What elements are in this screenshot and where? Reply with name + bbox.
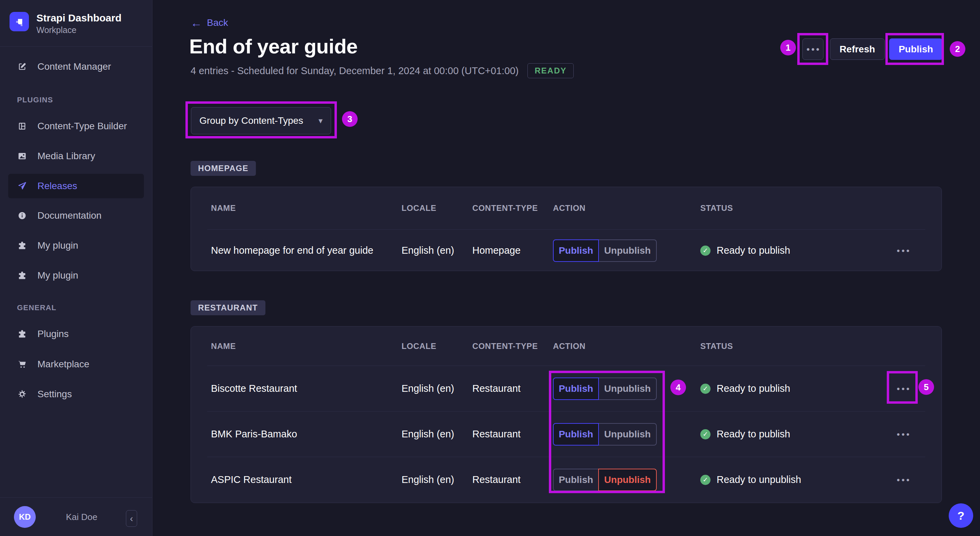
sidebar-item-my-plugin-2[interactable]: My plugin — [8, 263, 144, 288]
release-more-button[interactable]: ••• — [802, 38, 824, 60]
check-icon: ✓ — [700, 384, 711, 394]
col-locale: LOCALE — [401, 341, 472, 351]
layout-grid-icon — [17, 121, 27, 131]
more-icon: ••• — [895, 476, 911, 484]
table-header-row: NAME LOCALE CONTENT-TYPE ACTION STATUS — [191, 327, 942, 366]
sidebar-item-label: Settings — [37, 389, 72, 400]
sidebar: Strapi Dashboard Workplace Content Manag… — [0, 0, 153, 536]
question-mark-icon: ? — [958, 509, 965, 522]
group-tag-restaurant: RESTAURANT — [191, 300, 266, 315]
entry-locale: English (en) — [401, 474, 472, 485]
sidebar-item-content-type-builder[interactable]: Content-Type Builder — [8, 114, 144, 138]
puzzle-icon — [17, 329, 27, 339]
help-button[interactable]: ? — [949, 503, 973, 528]
chevron-left-icon: ‹ — [130, 513, 133, 524]
user-name: Kai Doe — [54, 506, 109, 528]
sidebar-item-label: Content Manager — [37, 61, 111, 72]
action-toggle: Publish Unpublish — [553, 469, 700, 491]
publish-toggle-button[interactable]: Publish — [553, 377, 599, 400]
status-text: Ready to publish — [717, 383, 790, 394]
publish-toggle-button[interactable]: Publish — [553, 239, 599, 262]
status-cell: ✓ Ready to publish — [700, 428, 882, 440]
back-link[interactable]: ← Back — [191, 17, 228, 29]
table-row: New homepage for end of year guide Engli… — [191, 230, 942, 271]
sidebar-item-marketplace[interactable]: Marketplace — [8, 352, 144, 376]
publish-toggle-button[interactable]: Publish — [553, 469, 599, 491]
sidebar-item-label: My plugin — [37, 240, 78, 251]
sidebar-item-label: Releases — [37, 181, 77, 192]
entry-content-type: Restaurant — [472, 383, 553, 394]
table-row: Biscotte Restaurant English (en) Restaur… — [191, 366, 942, 411]
unpublish-toggle-button[interactable]: Unpublish — [598, 239, 657, 262]
sidebar-section-plugins: PLUGINS — [8, 95, 144, 105]
puzzle-icon — [17, 241, 27, 251]
release-meta: 4 entries - Scheduled for Sunday, Decemb… — [191, 63, 574, 78]
sidebar-section-general: GENERAL — [8, 303, 144, 312]
unpublish-toggle-button[interactable]: Unpublish — [598, 423, 657, 446]
entry-name: BMK Paris-Bamako — [211, 428, 401, 440]
sidebar-item-media-library[interactable]: Media Library — [8, 144, 144, 168]
col-content-type: CONTENT-TYPE — [472, 341, 553, 351]
app-name: Strapi Dashboard — [37, 12, 121, 24]
avatar[interactable]: KD — [14, 506, 36, 528]
homepage-table: NAME LOCALE CONTENT-TYPE ACTION STATUS N… — [191, 187, 942, 271]
restaurant-table: NAME LOCALE CONTENT-TYPE ACTION STATUS B… — [191, 326, 942, 503]
row-more-button[interactable]: ••• — [892, 469, 914, 490]
entry-locale: English (en) — [401, 383, 472, 394]
sidebar-collapse-button[interactable]: ‹ — [126, 510, 137, 527]
puzzle-icon — [17, 270, 27, 281]
sidebar-item-settings[interactable]: Settings — [8, 382, 144, 406]
publish-button[interactable]: Publish — [889, 38, 943, 60]
refresh-button[interactable]: Refresh — [830, 38, 885, 60]
sidebar-nav: Content Manager PLUGINS Content-Type Bui… — [0, 47, 152, 406]
entry-name: ASPIC Restaurant — [211, 474, 401, 485]
status-cell: ✓ Ready to publish — [700, 383, 882, 394]
page-title: End of year guide — [189, 35, 358, 58]
publish-toggle-button[interactable]: Publish — [553, 423, 599, 446]
status-text: Ready to publish — [717, 245, 790, 256]
table-header-row: NAME LOCALE CONTENT-TYPE ACTION STATUS — [191, 187, 942, 229]
action-toggle: Publish Unpublish — [553, 239, 700, 262]
sidebar-item-documentation[interactable]: Documentation — [8, 203, 144, 228]
pen-icon — [17, 62, 27, 72]
sidebar-item-my-plugin-1[interactable]: My plugin — [8, 233, 144, 258]
paper-plane-icon — [17, 181, 27, 191]
sidebar-item-releases[interactable]: Releases — [8, 174, 144, 198]
group-by-select[interactable]: Group by Content-Types ▾ — [191, 107, 331, 134]
strapi-logo-icon — [10, 12, 29, 31]
sidebar-item-label: Content-Type Builder — [37, 121, 127, 132]
back-arrow-icon: ← — [191, 17, 202, 29]
row-more-button[interactable]: ••• — [892, 424, 914, 445]
sidebar-item-plugins[interactable]: Plugins — [8, 322, 144, 346]
entry-content-type: Restaurant — [472, 474, 553, 485]
unpublish-toggle-button[interactable]: Unpublish — [598, 377, 657, 400]
sidebar-item-label: My plugin — [37, 270, 78, 281]
col-status: STATUS — [700, 341, 882, 351]
image-icon — [17, 151, 27, 161]
status-text: Ready to publish — [717, 428, 790, 440]
status-cell: ✓ Ready to publish — [700, 245, 882, 256]
unpublish-toggle-button[interactable]: Unpublish — [598, 469, 657, 491]
sidebar-item-label: Documentation — [37, 210, 102, 221]
workspace-switcher[interactable]: Strapi Dashboard Workplace — [0, 0, 152, 47]
row-more-button[interactable]: ••• — [892, 378, 914, 399]
table-row: ASPIC Restaurant English (en) Restaurant… — [191, 457, 942, 502]
entry-name: Biscotte Restaurant — [211, 383, 401, 394]
more-icon: ••• — [895, 430, 911, 439]
row-more-button[interactable]: ••• — [892, 240, 914, 261]
entry-locale: English (en) — [401, 245, 472, 256]
sidebar-item-label: Media Library — [37, 151, 95, 162]
entry-content-type: Homepage — [472, 245, 553, 256]
more-icon: ••• — [895, 246, 911, 255]
col-content-type: CONTENT-TYPE — [472, 203, 553, 213]
more-icon: ••• — [805, 45, 821, 54]
annotation-badge-2: 2 — [950, 41, 966, 57]
check-icon: ✓ — [700, 246, 711, 256]
annotation-badge-1: 1 — [780, 40, 796, 56]
col-action: ACTION — [553, 203, 700, 213]
chevron-down-icon: ▾ — [318, 116, 323, 125]
sidebar-item-content-manager[interactable]: Content Manager — [8, 54, 144, 79]
status-cell: ✓ Ready to unpublish — [700, 474, 882, 485]
annotation-badge-3: 3 — [342, 111, 358, 127]
group-by-value: Group by Content-Types — [199, 115, 303, 126]
